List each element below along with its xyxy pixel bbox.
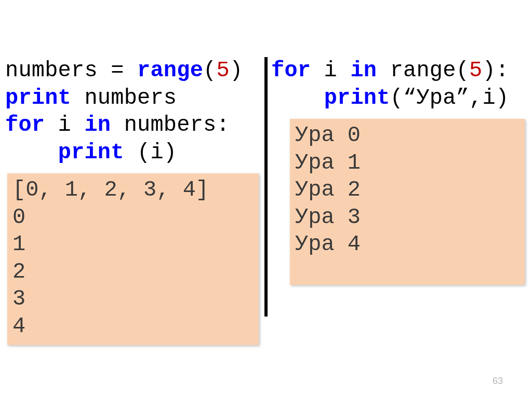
keyword-print: print xyxy=(5,86,71,111)
keyword-print: print xyxy=(324,86,390,111)
left-column: numbers = range(5) print numbers for i i… xyxy=(5,57,266,345)
slide: numbers = range(5) print numbers for i i… xyxy=(0,0,532,398)
indent xyxy=(271,86,324,111)
left-code-block: numbers = range(5) print numbers for i i… xyxy=(5,57,261,166)
right-column: for i in range(5): print(“Ура”,i) Ура 0 … xyxy=(266,57,527,345)
right-output-box: Ура 0 Ура 1 Ура 2 Ура 3 Ура 4 xyxy=(290,119,525,285)
output-text: Ура 0 Ура 1 Ура 2 Ура 3 Ура 4 xyxy=(295,123,361,257)
code-text: (i) xyxy=(124,140,177,165)
right-code-block: for i in range(5): print(“Ура”,i) xyxy=(271,57,527,112)
literal: 5 xyxy=(216,58,229,83)
keyword-in: in xyxy=(350,58,377,83)
code-text: ): xyxy=(483,58,509,83)
keyword-range: range xyxy=(137,58,203,83)
code-text: numbers xyxy=(71,86,177,111)
literal: 5 xyxy=(469,58,482,83)
code-text: i xyxy=(311,58,350,83)
code-text: range( xyxy=(377,58,469,83)
code-text: (“Ура”,i) xyxy=(390,86,509,111)
output-text: [0, 1, 2, 3, 4] 0 1 2 3 4 xyxy=(12,177,209,339)
slide-number: 63 xyxy=(493,376,503,387)
left-output-box: [0, 1, 2, 3, 4] 0 1 2 3 4 xyxy=(7,173,259,345)
code-text: numbers: xyxy=(111,113,230,138)
code-text: i xyxy=(45,113,84,138)
keyword-in: in xyxy=(84,113,111,138)
column-divider xyxy=(264,57,268,317)
paren-open: ( xyxy=(203,58,216,83)
keyword-print: print xyxy=(58,140,124,165)
code-text: numbers = xyxy=(5,58,137,83)
keyword-for: for xyxy=(5,113,45,138)
indent xyxy=(5,140,58,165)
keyword-for: for xyxy=(271,58,311,83)
paren-close: ) xyxy=(230,58,243,83)
